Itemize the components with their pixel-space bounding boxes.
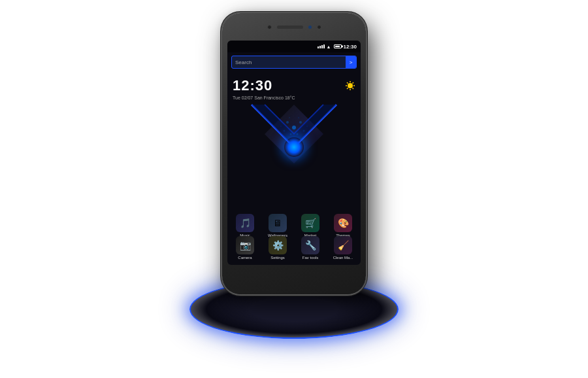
search-arrow-icon: > — [350, 60, 353, 65]
search-bar[interactable]: Search > — [231, 56, 357, 69]
app-themes[interactable]: 🎨 Themes — [330, 214, 356, 237]
svg-line-7 — [353, 82, 354, 84]
phone-top-bar — [222, 13, 366, 41]
app-label-favtools: Fav tools — [297, 256, 323, 260]
svg-point-10 — [292, 126, 296, 129]
app-icon-settings: ⚙️ — [269, 236, 287, 254]
app-icon-camera: 📷 — [236, 236, 254, 254]
hex-pattern — [271, 108, 317, 147]
front-camera — [267, 25, 272, 29]
svg-point-20 — [298, 117, 299, 118]
app-row-1: 🎵 Music 🖥 Wallpapers 🛒 Market 🎨 Themes — [227, 214, 361, 237]
svg-line-8 — [347, 88, 348, 90]
app-icon-wallpaper: 🖥 — [269, 214, 287, 232]
battery-icon — [334, 44, 342, 48]
app-icon-favtools: 🔧 — [301, 236, 319, 254]
svg-point-16 — [297, 133, 299, 135]
phone-body: ▲ 12:30 Search > 12:30 — [222, 13, 366, 294]
scene: ▲ 12:30 Search > 12:30 — [0, 0, 588, 378]
app-icon-market: 🛒 — [301, 214, 319, 232]
status-time: 12:30 — [344, 44, 357, 50]
app-row-2: 📷 Camera ⚙️ Settings 🔧 Fav tools 🧹 Clean… — [227, 236, 361, 260]
app-label-settings: Settings — [265, 256, 291, 260]
clock-time: 12:30 — [233, 77, 272, 94]
wifi-icon: ▲ — [327, 44, 331, 49]
svg-point-13 — [284, 130, 286, 132]
svg-line-5 — [347, 82, 348, 84]
search-placeholder: Search — [235, 60, 353, 65]
svg-point-18 — [306, 126, 308, 127]
svg-point-12 — [299, 121, 302, 124]
app-label-camera: Camera — [232, 256, 258, 260]
svg-point-11 — [286, 121, 289, 124]
clock-area: 12:30 — [227, 72, 361, 95]
svg-point-0 — [348, 83, 353, 88]
phone-screen: ▲ 12:30 Search > 12:30 — [227, 41, 361, 265]
status-bar: ▲ 12:30 — [227, 41, 361, 52]
weather-area — [345, 80, 355, 91]
svg-point-17 — [280, 126, 282, 127]
phone-speaker — [277, 26, 303, 29]
app-favtools[interactable]: 🔧 Fav tools — [297, 236, 323, 260]
svg-point-15 — [290, 133, 292, 135]
app-label-clean: Clean Ma... — [330, 256, 356, 260]
app-camera[interactable]: 📷 Camera — [232, 236, 258, 260]
signal-icon — [318, 44, 325, 48]
app-icon-clean: 🧹 — [334, 236, 352, 254]
svg-point-19 — [289, 117, 290, 118]
screen-content: 12:30 — [227, 72, 361, 265]
svg-line-6 — [353, 88, 354, 90]
app-clean[interactable]: 🧹 Clean Ma... — [330, 236, 356, 260]
app-settings[interactable]: ⚙️ Settings — [265, 236, 291, 260]
svg-point-14 — [303, 130, 305, 132]
app-market[interactable]: 🛒 Market — [297, 214, 323, 237]
app-icon-themes: 🎨 — [334, 214, 352, 232]
app-icon-music: 🎵 — [236, 214, 254, 232]
phone-sensor — [308, 26, 312, 29]
front-camera-2 — [317, 25, 321, 29]
app-wallpaper[interactable]: 🖥 Wallpapers — [265, 214, 291, 237]
sun-icon — [345, 80, 355, 91]
search-button[interactable]: > — [346, 56, 356, 68]
app-music[interactable]: 🎵 Music — [232, 214, 258, 237]
